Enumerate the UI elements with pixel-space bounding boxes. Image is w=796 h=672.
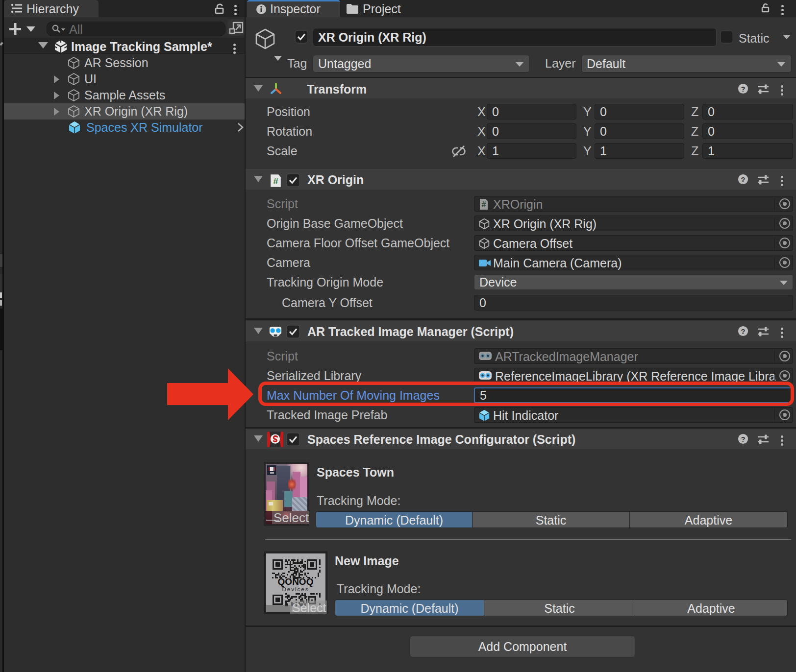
svg-text:?: ? [741, 176, 746, 184]
svg-text:?: ? [741, 328, 746, 336]
svg-text:#: # [482, 200, 486, 209]
svg-text:Devices: Devices [282, 586, 309, 592]
svg-text:?: ? [741, 85, 746, 93]
svg-text:?: ? [741, 435, 746, 443]
svg-text:#: # [273, 176, 278, 186]
